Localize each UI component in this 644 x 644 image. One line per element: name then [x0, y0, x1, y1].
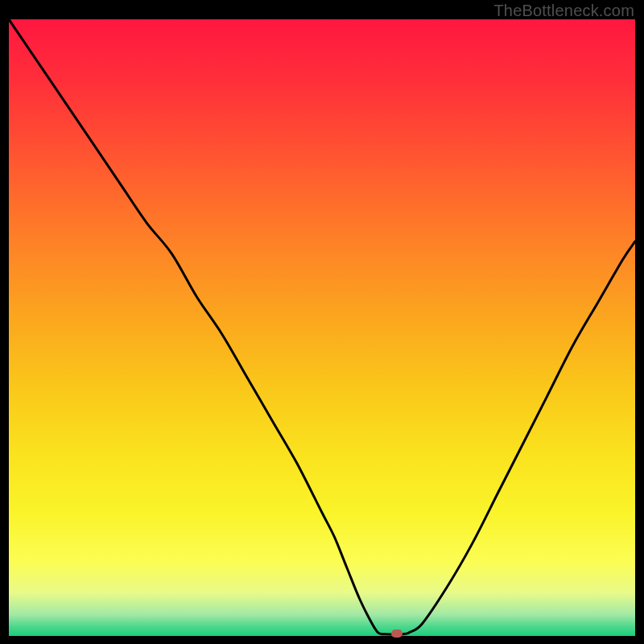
watermark-text: TheBottleneck.com: [493, 2, 634, 20]
gradient-background: [9, 19, 635, 636]
bottleneck-chart: [9, 19, 635, 636]
optimal-point-marker: [391, 630, 402, 637]
chart-frame: [9, 19, 635, 636]
